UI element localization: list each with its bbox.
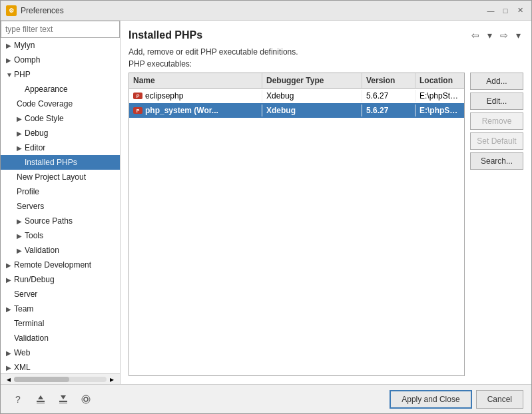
arrow-icon: ▶ — [6, 364, 14, 371]
panel-subheader: PHP executables: — [129, 59, 523, 69]
sidebar-item-validation[interactable]: Validation — [1, 331, 120, 345]
remove-button[interactable]: Remove — [470, 112, 523, 130]
sidebar-item-validation-php[interactable]: ▶ Validation — [1, 243, 120, 258]
sidebar-item-profile[interactable]: Profile — [1, 184, 120, 199]
sidebar-item-team[interactable]: ▶ Team — [1, 302, 120, 316]
col-header-debugger: Debugger Type — [262, 73, 362, 88]
cancel-button[interactable]: Cancel — [476, 390, 523, 409]
import-icon — [58, 394, 69, 405]
bottom-bar: ? — [1, 384, 531, 413]
svg-marker-2 — [38, 395, 43, 399]
sidebar-item-label: Validation — [14, 333, 49, 343]
sidebar-item-label: Debug — [25, 128, 48, 138]
sidebar-item-code-style[interactable]: ▶ Code Style — [1, 111, 120, 126]
sidebar-item-label: Mylyn — [14, 41, 35, 50]
sidebar: ▶ Mylyn ▶ Oomph ▼ PHP Appearance — [1, 21, 121, 384]
sidebar-item-run-debug[interactable]: ▶ Run/Debug — [1, 272, 120, 287]
sidebar-item-servers[interactable]: Servers — [1, 199, 120, 214]
sidebar-item-label: New Project Layout — [17, 172, 86, 182]
sidebar-item-debug[interactable]: ▶ Debug — [1, 126, 120, 140]
sidebar-item-terminal[interactable]: Terminal — [1, 316, 120, 331]
arrow-icon: ▶ — [6, 57, 14, 64]
sidebar-item-label: Team — [14, 304, 33, 313]
apply-close-button[interactable]: Apply and Close — [390, 390, 471, 409]
settings-icon — [81, 394, 91, 405]
main-content: ▶ Mylyn ▶ Oomph ▼ PHP Appearance — [1, 21, 531, 384]
cell-version: 5.6.27 — [362, 104, 415, 116]
table-row[interactable]: P php_system (Wor... Xdebug 5.6.27 E:\ph… — [129, 103, 464, 118]
sidebar-item-installed-phps[interactable]: Installed PHPs — [1, 155, 120, 170]
sidebar-item-label: PHP — [14, 70, 31, 79]
arrow-icon: ▶ — [17, 130, 25, 137]
export-icon — [35, 394, 46, 405]
php-icon: P — [133, 93, 142, 99]
window-controls: — □ ✕ — [485, 5, 526, 17]
table-and-buttons: Name Debugger Type Version Location P ec… — [129, 73, 523, 376]
edit-button[interactable]: Edit... — [470, 93, 523, 110]
settings-button[interactable] — [77, 390, 95, 409]
sidebar-item-label: Servers — [17, 202, 44, 211]
col-header-location: Location — [415, 73, 464, 88]
table-body: P eclipsephp Xdebug 5.6.27 E:\phpStudy\P… — [129, 89, 464, 375]
sidebar-scrollbar-area: ◂ ▸ — [1, 373, 120, 384]
arrow-icon: ▶ — [6, 262, 14, 269]
sidebar-item-label: Installed PHPs — [25, 158, 77, 167]
sidebar-item-editor[interactable]: ▶ Editor — [1, 140, 120, 155]
horizontal-scrollbar[interactable] — [14, 377, 107, 382]
cell-name: P eclipsephp — [129, 90, 262, 102]
set-default-button[interactable]: Set Default — [470, 132, 523, 150]
arrow-icon: ▶ — [17, 218, 25, 225]
sidebar-item-label: Tools — [25, 231, 43, 240]
table-row[interactable]: P eclipsephp Xdebug 5.6.27 E:\phpStudy\P… — [129, 89, 464, 103]
sidebar-item-label: XML — [14, 363, 31, 372]
bottom-right-buttons: Apply and Close Cancel — [390, 390, 523, 409]
sidebar-item-label: Web — [14, 348, 30, 357]
close-button[interactable]: ✕ — [514, 5, 526, 17]
more-button[interactable]: ▾ — [513, 29, 523, 42]
sidebar-item-label: Profile — [17, 187, 39, 196]
col-header-version: Version — [362, 73, 415, 88]
cell-location: E:\phpStudy\PHPTutorial\... — [415, 90, 464, 102]
maximize-button[interactable]: □ — [499, 5, 511, 17]
sidebar-item-tools[interactable]: ▶ Tools — [1, 228, 120, 243]
window-icon: ⚙ — [6, 5, 17, 16]
minimize-button[interactable]: — — [485, 5, 497, 17]
dropdown-button[interactable]: ▾ — [485, 29, 495, 42]
sidebar-item-code-coverage[interactable]: Code Coverage — [1, 97, 120, 111]
sidebar-item-php[interactable]: ▼ PHP — [1, 67, 120, 82]
nav-arrows: ⇦ ▾ ⇨ ▾ — [469, 29, 523, 42]
add-button[interactable]: Add... — [470, 73, 523, 90]
sidebar-item-source-paths[interactable]: ▶ Source Paths — [1, 214, 120, 228]
search-button[interactable]: Search... — [470, 152, 523, 170]
export-button[interactable] — [31, 390, 50, 409]
svg-rect-1 — [37, 403, 45, 403]
scroll-right-button[interactable]: ▸ — [107, 375, 117, 384]
sidebar-item-label: Appearance — [25, 85, 68, 94]
sidebar-item-label: Server — [14, 290, 37, 299]
sidebar-item-oomph[interactable]: ▶ Oomph — [1, 53, 120, 67]
arrow-icon: ▶ — [17, 232, 25, 240]
svg-marker-5 — [61, 395, 66, 399]
import-button[interactable] — [54, 390, 73, 409]
sidebar-item-label: Source Paths — [25, 216, 73, 226]
filter-input[interactable] — [1, 21, 120, 38]
sidebar-item-mylyn[interactable]: ▶ Mylyn — [1, 38, 120, 53]
help-button[interactable]: ? — [9, 390, 27, 409]
arrow-icon: ▶ — [6, 276, 14, 284]
scroll-left-button[interactable]: ◂ — [3, 375, 14, 384]
forward-button[interactable]: ⇨ — [497, 29, 511, 42]
sidebar-item-web[interactable]: ▶ Web — [1, 345, 120, 360]
back-button[interactable]: ⇦ — [469, 29, 482, 42]
cell-debugger: Xdebug — [262, 90, 362, 102]
sidebar-item-remote-development[interactable]: ▶ Remote Development — [1, 258, 120, 272]
sidebar-item-label: Code Style — [25, 114, 64, 123]
sidebar-item-xml[interactable]: ▶ XML — [1, 360, 120, 373]
sidebar-item-label: Validation — [25, 246, 59, 255]
sidebar-item-appearance[interactable]: Appearance — [1, 82, 120, 97]
sidebar-item-server[interactable]: Server — [1, 287, 120, 302]
sidebar-item-label: Run/Debug — [14, 275, 55, 284]
side-buttons: Add... Edit... Remove Set Default Search… — [470, 73, 523, 376]
right-panel: Installed PHPs ⇦ ▾ ⇨ ▾ Add, remove or ed… — [121, 21, 531, 384]
sidebar-item-new-project-layout[interactable]: New Project Layout — [1, 170, 120, 184]
arrow-icon: ▶ — [17, 247, 25, 254]
